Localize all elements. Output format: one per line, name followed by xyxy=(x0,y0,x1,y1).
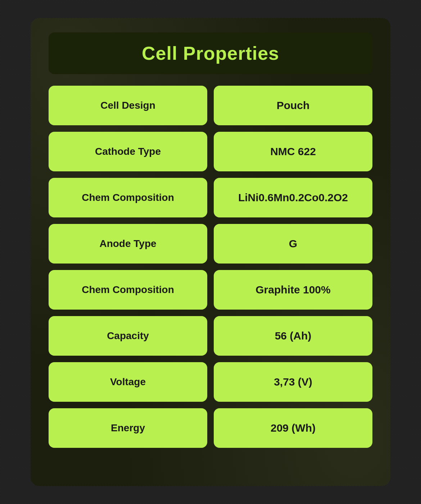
label-text-anode-type: Anode Type xyxy=(99,238,156,249)
value-text-chem-composition-anode: Graphite 100% xyxy=(255,284,330,296)
value-cell-capacity: 56 (Ah) xyxy=(214,316,372,356)
value-text-energy: 209 (Wh) xyxy=(271,422,316,434)
row-cathode-type: Cathode TypeNMC 622 xyxy=(49,132,372,171)
label-cell-chem-composition-cathode: Chem Composition xyxy=(49,178,207,217)
label-cell-energy: Energy xyxy=(49,408,207,448)
label-text-voltage: Voltage xyxy=(110,376,146,388)
value-text-cell-design: Pouch xyxy=(277,99,310,112)
label-text-chem-composition-anode: Chem Composition xyxy=(82,284,174,296)
value-cell-voltage: 3,73 (V) xyxy=(214,362,372,402)
row-energy: Energy209 (Wh) xyxy=(49,408,372,448)
value-cell-chem-composition-anode: Graphite 100% xyxy=(214,270,372,310)
label-text-chem-composition-cathode: Chem Composition xyxy=(82,192,174,203)
label-text-energy: Energy xyxy=(111,422,145,434)
label-cell-chem-composition-anode: Chem Composition xyxy=(49,270,207,310)
value-text-cathode-type: NMC 622 xyxy=(270,145,316,158)
row-cell-design: Cell DesignPouch xyxy=(49,86,372,125)
label-text-cell-design: Cell Design xyxy=(100,100,155,111)
value-text-chem-composition-cathode: LiNi0.6Mn0.2Co0.2O2 xyxy=(238,192,348,204)
value-text-capacity: 56 (Ah) xyxy=(275,330,312,342)
value-cell-energy: 209 (Wh) xyxy=(214,408,372,448)
row-voltage: Voltage3,73 (V) xyxy=(49,362,372,402)
properties-card: Cell Properties Cell DesignPouchCathode … xyxy=(31,18,390,486)
value-cell-anode-type: G xyxy=(214,224,372,264)
row-chem-composition-cathode: Chem CompositionLiNi0.6Mn0.2Co0.2O2 xyxy=(49,178,372,217)
label-cell-cell-design: Cell Design xyxy=(49,86,207,125)
label-text-cathode-type: Cathode Type xyxy=(95,146,161,157)
label-cell-anode-type: Anode Type xyxy=(49,224,207,264)
label-cell-capacity: Capacity xyxy=(49,316,207,356)
row-capacity: Capacity56 (Ah) xyxy=(49,316,372,356)
value-cell-cathode-type: NMC 622 xyxy=(214,132,372,171)
row-anode-type: Anode TypeG xyxy=(49,224,372,264)
value-text-anode-type: G xyxy=(289,238,297,250)
label-cell-voltage: Voltage xyxy=(49,362,207,402)
value-text-voltage: 3,73 (V) xyxy=(274,376,312,388)
value-cell-cell-design: Pouch xyxy=(214,86,372,125)
title-container: Cell Properties xyxy=(49,32,372,74)
value-cell-chem-composition-cathode: LiNi0.6Mn0.2Co0.2O2 xyxy=(214,178,372,217)
label-text-capacity: Capacity xyxy=(107,330,149,342)
page-title: Cell Properties xyxy=(63,42,358,64)
label-cell-cathode-type: Cathode Type xyxy=(49,132,207,171)
row-chem-composition-anode: Chem CompositionGraphite 100% xyxy=(49,270,372,310)
rows-container: Cell DesignPouchCathode TypeNMC 622Chem … xyxy=(49,86,372,448)
